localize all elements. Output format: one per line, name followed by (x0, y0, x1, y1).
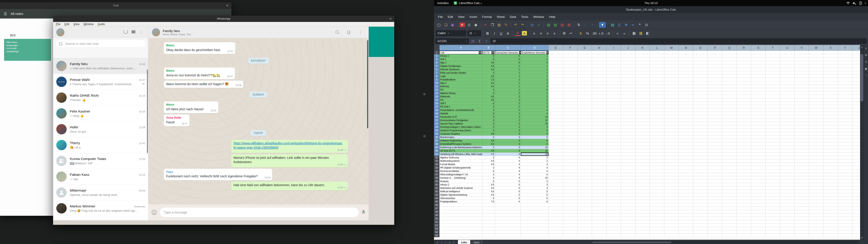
header-cell[interactable]: LVA▼ (439, 51, 483, 54)
align-center-icon[interactable]: ≡ (538, 30, 544, 36)
chat-list-item[interactable]: Felix Kastner15:19✓✓okay 👍 (53, 105, 148, 121)
column-header[interactable]: O (693, 45, 708, 51)
empty-cells[interactable] (549, 231, 860, 234)
underline-icon[interactable]: U (498, 30, 504, 36)
row-header[interactable]: 9 (434, 78, 439, 81)
empty-cells[interactable] (549, 58, 860, 61)
autofilter-dropdown-icon[interactable]: ▼ (479, 51, 482, 54)
cell[interactable]: 5 (521, 135, 549, 139)
cell[interactable]: 3 (483, 109, 495, 112)
cell[interactable]: 4.5 (483, 193, 495, 196)
cell[interactable]: 4.5 (483, 186, 495, 190)
menu-format[interactable]: Format (480, 14, 494, 20)
row-header[interactable]: 44 (434, 196, 439, 200)
row-header[interactable]: 29 (434, 146, 439, 149)
name-box[interactable]: A2:D31▾ (435, 38, 469, 44)
column-header[interactable]: W (809, 45, 824, 51)
scrollbar-thumb[interactable] (592, 242, 671, 243)
cell[interactable]: Präsentations- und Arbeitstechnik (439, 109, 483, 112)
styles-icon[interactable]: A (865, 60, 867, 63)
search-bar[interactable] (55, 40, 146, 48)
vertical-scrollbar[interactable]: ▲ ▼ (860, 45, 864, 240)
row-header[interactable]: 50 (434, 217, 439, 220)
cell[interactable] (439, 210, 483, 214)
cell[interactable]: UK freie ECTS (439, 149, 483, 152)
cell[interactable]: 7.5 (483, 200, 495, 203)
cell[interactable]: 2 (495, 109, 521, 112)
clone-formatting-icon[interactable]: ✎ (503, 22, 509, 28)
column-header[interactable]: A (439, 45, 483, 51)
menu-edit[interactable]: Edit (64, 23, 69, 26)
cell[interactable]: 0 (495, 54, 521, 58)
cell[interactable]: Diskrete Strukturen (439, 68, 483, 71)
row-header[interactable]: 2 (434, 54, 439, 58)
menu-view[interactable]: View (73, 23, 80, 26)
row-header[interactable]: 12 (434, 88, 439, 92)
cell[interactable]: Infosys 1 (439, 54, 483, 58)
chat-list-item[interactable]: Kurwa Computer Twats11:59GIFMateusz: GIF (53, 153, 148, 169)
row-header[interactable]: 24 (434, 129, 439, 132)
chat-list-item[interactable]: Die PressePresse Wahl15:27// Thema des T… (53, 74, 148, 90)
row-header[interactable]: 11 (434, 85, 439, 88)
cell[interactable]: 1 (521, 64, 549, 68)
cell[interactable]: 10 (521, 122, 549, 125)
cell[interactable]: Einführung in die Betriebswirtschaftsleh… (439, 146, 483, 149)
cell[interactable] (495, 234, 521, 237)
row-header[interactable]: 10 (434, 81, 439, 85)
format-percent-icon[interactable]: % (584, 30, 591, 36)
print-preview-icon[interactable]: ◉ (473, 22, 479, 28)
new-chat-icon[interactable] (129, 30, 137, 35)
cell[interactable]: BeKomp (439, 85, 483, 88)
cell[interactable]: 5 (495, 190, 521, 193)
empty-cells[interactable] (549, 186, 860, 190)
cell[interactable]: Netzwerke und verteile Systeme (439, 186, 483, 190)
cell[interactable]: 6 (483, 54, 495, 58)
empty-cells[interactable] (549, 115, 860, 119)
cell[interactable]: 2 (495, 92, 521, 95)
cell[interactable]: 2 (495, 95, 521, 98)
empty-cells[interactable] (549, 98, 860, 102)
row-header[interactable]: 7 (434, 71, 439, 74)
cell[interactable]: 3 (521, 183, 549, 186)
cell[interactable]: Kommunikative Fertigkeiten (439, 119, 483, 122)
row-header[interactable]: 53 (434, 227, 439, 231)
cell[interactable]: Soft 2 (439, 102, 483, 105)
empty-cells[interactable] (549, 224, 860, 227)
menu-kebab-icon[interactable]: ⋮ (356, 30, 365, 35)
freeze-rows-columns-icon[interactable]: ❄ (623, 22, 629, 28)
row-header[interactable]: 51 (434, 220, 439, 224)
cell[interactable]: Algo 2 (439, 81, 483, 85)
cell[interactable]: 3 (521, 180, 549, 183)
cell[interactable]: Embedded/Pervasive Systems (439, 142, 483, 146)
cell[interactable]: 1 (495, 78, 521, 81)
cell[interactable]: 1.5 (483, 78, 495, 81)
cell[interactable]: 2 (495, 98, 521, 102)
emoji-icon[interactable] (152, 210, 157, 215)
add-sheet-icon[interactable]: + (452, 241, 456, 244)
cell[interactable]: Bioinformatics (439, 135, 483, 139)
row-header[interactable]: 48 (434, 210, 439, 214)
undo-icon[interactable]: ↶ (513, 22, 519, 28)
last-sheet-icon[interactable]: » (447, 241, 452, 244)
cell[interactable]: 2 (521, 61, 549, 64)
save-icon[interactable]: ▣ (450, 22, 456, 28)
cell[interactable]: 6 (483, 58, 495, 61)
cell[interactable]: Systems Programming (Joker) (439, 129, 483, 132)
cell[interactable]: 10 (521, 152, 549, 156)
cell[interactable] (483, 217, 495, 220)
autofilter-dropdown-icon[interactable]: ▼ (491, 51, 494, 54)
function-wizard-icon[interactable]: ƒx (470, 39, 475, 43)
empty-cells[interactable] (549, 112, 860, 115)
cell[interactable]: 2 (521, 95, 549, 98)
row-header[interactable]: 34 (434, 163, 439, 166)
cell[interactable]: 6 (483, 180, 495, 183)
row-header[interactable]: 5 (434, 64, 439, 68)
row-header[interactable]: 41 (434, 186, 439, 190)
cell[interactable] (439, 207, 483, 210)
cell[interactable]: 3 (495, 129, 521, 132)
copy-icon[interactable]: ❐ (489, 22, 495, 28)
sort-icon[interactable]: ⇅ (576, 22, 582, 28)
empty-cells[interactable] (549, 183, 860, 186)
cell[interactable]: Software Engineering (439, 139, 483, 142)
cell[interactable]: 10 (521, 115, 549, 119)
